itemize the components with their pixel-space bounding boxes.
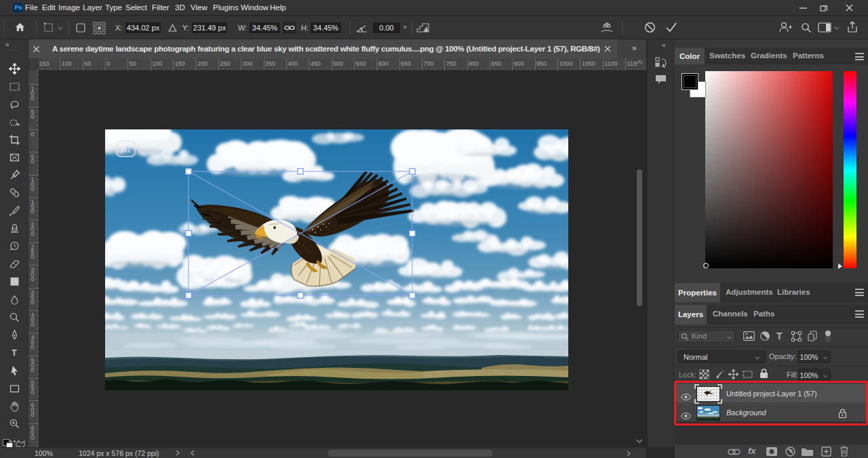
svg-text:AI: AI	[121, 144, 130, 154]
